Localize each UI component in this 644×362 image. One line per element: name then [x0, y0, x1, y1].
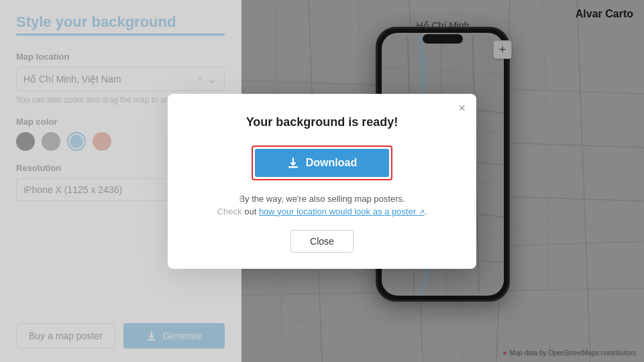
download-icon [287, 157, 299, 169]
modal-text-prefix: Check out [217, 206, 259, 217]
modal-text-suffix: . [425, 206, 427, 217]
download-button[interactable]: Download [255, 149, 389, 177]
modal-close-button[interactable]: Close [290, 230, 354, 253]
svg-rect-32 [288, 166, 298, 168]
modal-dialog: Your background is ready! × Download By … [168, 94, 476, 269]
modal-text-line1: By the way, we're also selling map poste… [195, 194, 449, 204]
download-label: Download [306, 157, 357, 169]
modal-overlay[interactable]: Your background is ready! × Download By … [0, 0, 644, 362]
modal-title: Your background is ready! [195, 115, 449, 129]
modal-close-icon-button[interactable]: × [458, 102, 466, 114]
modal-text-line2: Check out how your location would look a… [195, 206, 449, 217]
poster-link[interactable]: how your location would look as a poster… [259, 206, 425, 217]
download-button-wrapper: Download [252, 145, 392, 180]
